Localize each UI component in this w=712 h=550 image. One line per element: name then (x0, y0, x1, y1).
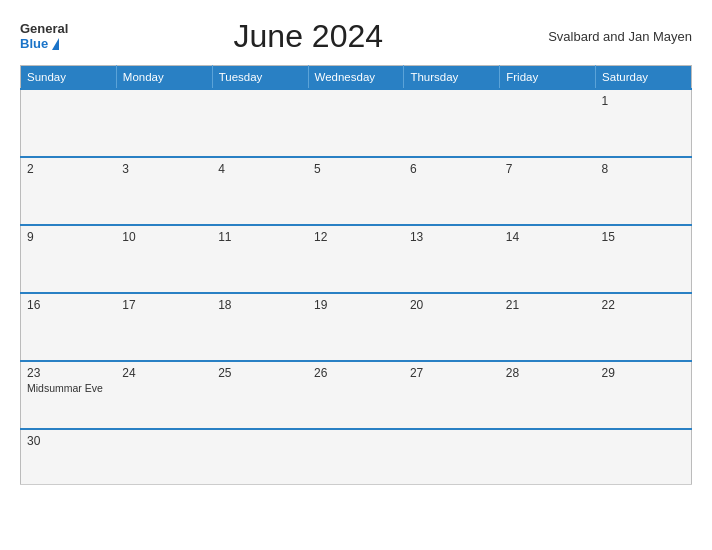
day-number: 6 (410, 162, 494, 176)
calendar-cell: 11 (212, 225, 308, 293)
calendar-cell (500, 89, 596, 157)
day-number: 9 (27, 230, 110, 244)
day-number: 2 (27, 162, 110, 176)
calendar-cell (308, 429, 404, 484)
calendar-cell: 2 (21, 157, 117, 225)
calendar-event: Midsummar Eve (27, 382, 110, 394)
day-number: 29 (602, 366, 685, 380)
calendar-cell (212, 429, 308, 484)
calendar-cell (500, 429, 596, 484)
calendar-cell: 8 (596, 157, 692, 225)
calendar-cell: 15 (596, 225, 692, 293)
calendar-cell (404, 89, 500, 157)
calendar-header-row: Sunday Monday Tuesday Wednesday Thursday… (21, 66, 692, 90)
calendar-cell: 14 (500, 225, 596, 293)
calendar-cell: 5 (308, 157, 404, 225)
col-sunday: Sunday (21, 66, 117, 90)
calendar-cell: 16 (21, 293, 117, 361)
col-wednesday: Wednesday (308, 66, 404, 90)
calendar-cell (404, 429, 500, 484)
col-friday: Friday (500, 66, 596, 90)
logo-triangle-icon (52, 38, 59, 50)
day-number: 5 (314, 162, 398, 176)
region-label: Svalbard and Jan Mayen (548, 29, 692, 44)
calendar-cell (308, 89, 404, 157)
day-number: 26 (314, 366, 398, 380)
calendar-cell: 9 (21, 225, 117, 293)
calendar-cell: 7 (500, 157, 596, 225)
day-number: 3 (122, 162, 206, 176)
calendar-cell: 20 (404, 293, 500, 361)
day-number: 18 (218, 298, 302, 312)
day-number: 17 (122, 298, 206, 312)
col-monday: Monday (116, 66, 212, 90)
calendar-cell (116, 89, 212, 157)
calendar-cell (116, 429, 212, 484)
calendar-week-row: 1 (21, 89, 692, 157)
calendar-cell: 25 (212, 361, 308, 429)
calendar-cell: 10 (116, 225, 212, 293)
calendar-cell (212, 89, 308, 157)
calendar-cell: 13 (404, 225, 500, 293)
logo-blue-text: Blue (20, 37, 59, 51)
day-number: 10 (122, 230, 206, 244)
logo-general-text: General (20, 22, 68, 36)
col-thursday: Thursday (404, 66, 500, 90)
calendar-table: Sunday Monday Tuesday Wednesday Thursday… (20, 65, 692, 485)
day-number: 22 (602, 298, 685, 312)
calendar-cell: 27 (404, 361, 500, 429)
calendar-cell: 6 (404, 157, 500, 225)
day-number: 30 (27, 434, 110, 448)
day-number: 25 (218, 366, 302, 380)
calendar-cell: 24 (116, 361, 212, 429)
calendar-week-row: 16171819202122 (21, 293, 692, 361)
day-number: 8 (602, 162, 685, 176)
day-number: 11 (218, 230, 302, 244)
calendar-week-row: 23Midsummar Eve242526272829 (21, 361, 692, 429)
calendar-cell (596, 429, 692, 484)
calendar-week-row: 2345678 (21, 157, 692, 225)
col-tuesday: Tuesday (212, 66, 308, 90)
day-number: 20 (410, 298, 494, 312)
calendar-cell: 28 (500, 361, 596, 429)
day-number: 12 (314, 230, 398, 244)
calendar-cell (21, 89, 117, 157)
calendar-cell: 12 (308, 225, 404, 293)
calendar-cell: 1 (596, 89, 692, 157)
day-number: 21 (506, 298, 590, 312)
page: General Blue June 2024 Svalbard and Jan … (0, 0, 712, 550)
calendar-week-row: 9101112131415 (21, 225, 692, 293)
day-number: 1 (602, 94, 685, 108)
calendar-cell: 23Midsummar Eve (21, 361, 117, 429)
calendar-cell: 17 (116, 293, 212, 361)
calendar-cell: 3 (116, 157, 212, 225)
calendar-cell: 29 (596, 361, 692, 429)
day-number: 4 (218, 162, 302, 176)
calendar-title: June 2024 (68, 18, 548, 55)
day-number: 14 (506, 230, 590, 244)
day-number: 13 (410, 230, 494, 244)
day-number: 7 (506, 162, 590, 176)
day-number: 15 (602, 230, 685, 244)
day-number: 24 (122, 366, 206, 380)
calendar-cell: 30 (21, 429, 117, 484)
header: General Blue June 2024 Svalbard and Jan … (20, 18, 692, 55)
calendar-cell: 21 (500, 293, 596, 361)
logo: General Blue (20, 22, 68, 51)
calendar-cell: 22 (596, 293, 692, 361)
day-number: 23 (27, 366, 110, 380)
day-number: 16 (27, 298, 110, 312)
col-saturday: Saturday (596, 66, 692, 90)
calendar-cell: 4 (212, 157, 308, 225)
calendar-cell: 19 (308, 293, 404, 361)
day-number: 19 (314, 298, 398, 312)
day-number: 28 (506, 366, 590, 380)
day-number: 27 (410, 366, 494, 380)
calendar-cell: 18 (212, 293, 308, 361)
calendar-week-row: 30 (21, 429, 692, 484)
calendar-cell: 26 (308, 361, 404, 429)
